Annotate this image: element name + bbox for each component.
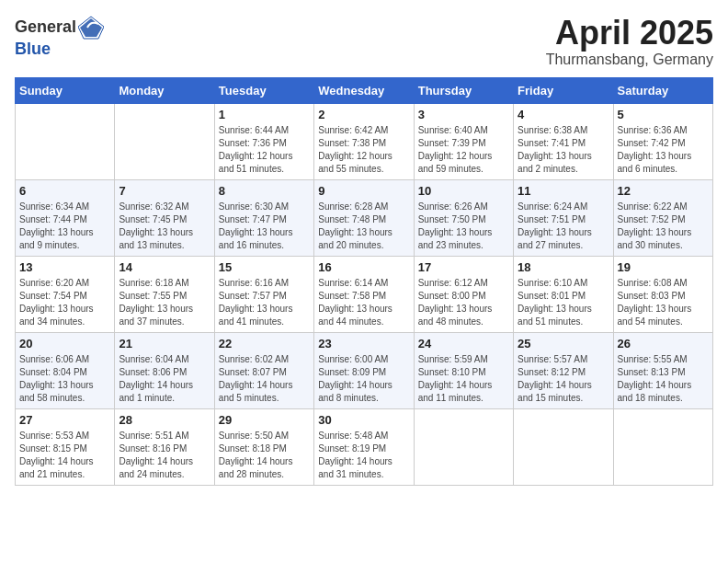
- calendar-cell: [514, 408, 613, 485]
- day-number: 14: [119, 260, 210, 274]
- day-detail: Sunrise: 6:10 AM Sunset: 8:01 PM Dayligh…: [518, 277, 609, 328]
- day-number: 2: [318, 108, 409, 121]
- calendar-cell: 10Sunrise: 6:26 AM Sunset: 7:50 PM Dayli…: [414, 179, 513, 256]
- calendar-cell: 27Sunrise: 5:53 AM Sunset: 8:15 PM Dayli…: [16, 408, 115, 485]
- day-number: 29: [219, 413, 310, 427]
- day-detail: Sunrise: 6:20 AM Sunset: 7:54 PM Dayligh…: [19, 277, 110, 328]
- day-detail: Sunrise: 6:08 AM Sunset: 8:03 PM Dayligh…: [618, 277, 709, 328]
- day-number: 1: [219, 108, 310, 121]
- day-number: 18: [518, 260, 609, 274]
- day-detail: Sunrise: 6:30 AM Sunset: 7:47 PM Dayligh…: [219, 201, 310, 252]
- day-number: 30: [318, 413, 409, 427]
- calendar-cell: 28Sunrise: 5:51 AM Sunset: 8:16 PM Dayli…: [115, 408, 214, 485]
- header-cell-sunday: Sunday: [16, 77, 115, 103]
- day-detail: Sunrise: 6:04 AM Sunset: 8:06 PM Dayligh…: [119, 353, 210, 405]
- calendar-cell: 1Sunrise: 6:44 AM Sunset: 7:36 PM Daylig…: [214, 103, 313, 179]
- day-detail: Sunrise: 5:59 AM Sunset: 8:10 PM Dayligh…: [418, 353, 509, 405]
- calendar-week-5: 27Sunrise: 5:53 AM Sunset: 8:15 PM Dayli…: [16, 408, 713, 485]
- calendar-cell: 13Sunrise: 6:20 AM Sunset: 7:54 PM Dayli…: [16, 256, 115, 332]
- calendar-week-2: 6Sunrise: 6:34 AM Sunset: 7:44 PM Daylig…: [16, 179, 713, 256]
- calendar-cell: 7Sunrise: 6:32 AM Sunset: 7:45 PM Daylig…: [115, 179, 214, 256]
- day-detail: Sunrise: 6:06 AM Sunset: 8:04 PM Dayligh…: [19, 353, 110, 405]
- day-number: 17: [418, 260, 509, 274]
- day-detail: Sunrise: 5:50 AM Sunset: 8:18 PM Dayligh…: [219, 430, 310, 481]
- day-detail: Sunrise: 6:28 AM Sunset: 7:48 PM Dayligh…: [318, 201, 409, 252]
- calendar-cell: 16Sunrise: 6:14 AM Sunset: 7:58 PM Dayli…: [314, 256, 414, 332]
- day-number: 21: [119, 337, 210, 350]
- calendar-cell: [115, 103, 214, 179]
- day-number: 24: [418, 337, 509, 350]
- calendar-week-3: 13Sunrise: 6:20 AM Sunset: 7:54 PM Dayli…: [16, 256, 713, 332]
- day-number: 11: [518, 184, 609, 198]
- day-number: 5: [618, 108, 709, 121]
- calendar-cell: 17Sunrise: 6:12 AM Sunset: 8:00 PM Dayli…: [414, 256, 513, 332]
- page-header: General Blue April 2025 Thurmansbang, Ge…: [15, 15, 713, 68]
- day-detail: Sunrise: 6:32 AM Sunset: 7:45 PM Dayligh…: [119, 201, 210, 252]
- header-cell-thursday: Thursday: [414, 77, 513, 103]
- calendar-cell: 21Sunrise: 6:04 AM Sunset: 8:06 PM Dayli…: [115, 332, 214, 408]
- day-detail: Sunrise: 6:26 AM Sunset: 7:50 PM Dayligh…: [418, 201, 509, 252]
- day-detail: Sunrise: 6:02 AM Sunset: 8:07 PM Dayligh…: [219, 353, 310, 405]
- day-number: 8: [219, 184, 310, 198]
- day-number: 6: [19, 184, 110, 198]
- calendar-cell: 22Sunrise: 6:02 AM Sunset: 8:07 PM Dayli…: [214, 332, 313, 408]
- day-detail: Sunrise: 6:40 AM Sunset: 7:39 PM Dayligh…: [418, 124, 509, 176]
- calendar-cell: 6Sunrise: 6:34 AM Sunset: 7:44 PM Daylig…: [16, 179, 115, 256]
- calendar-cell: 18Sunrise: 6:10 AM Sunset: 8:01 PM Dayli…: [514, 256, 613, 332]
- calendar-cell: [414, 408, 513, 485]
- calendar-cell: 2Sunrise: 6:42 AM Sunset: 7:38 PM Daylig…: [314, 103, 414, 179]
- calendar-cell: 26Sunrise: 5:55 AM Sunset: 8:13 PM Dayli…: [613, 332, 712, 408]
- calendar-cell: 11Sunrise: 6:24 AM Sunset: 7:51 PM Dayli…: [514, 179, 613, 256]
- logo-general: General: [15, 18, 76, 37]
- calendar-cell: 25Sunrise: 5:57 AM Sunset: 8:12 PM Dayli…: [514, 332, 613, 408]
- calendar-header-row: SundayMondayTuesdayWednesdayThursdayFrid…: [16, 77, 713, 103]
- calendar-cell: 30Sunrise: 5:48 AM Sunset: 8:19 PM Dayli…: [314, 408, 414, 485]
- day-detail: Sunrise: 6:16 AM Sunset: 7:57 PM Dayligh…: [219, 277, 310, 328]
- calendar-cell: 19Sunrise: 6:08 AM Sunset: 8:03 PM Dayli…: [613, 256, 712, 332]
- day-number: 4: [518, 108, 609, 121]
- day-number: 19: [618, 260, 709, 274]
- day-detail: Sunrise: 6:42 AM Sunset: 7:38 PM Dayligh…: [318, 124, 409, 176]
- day-detail: Sunrise: 6:44 AM Sunset: 7:36 PM Dayligh…: [219, 124, 310, 176]
- calendar-cell: 9Sunrise: 6:28 AM Sunset: 7:48 PM Daylig…: [314, 179, 414, 256]
- day-number: 15: [219, 260, 310, 274]
- calendar-table: SundayMondayTuesdayWednesdayThursdayFrid…: [15, 77, 713, 486]
- calendar-cell: 3Sunrise: 6:40 AM Sunset: 7:39 PM Daylig…: [414, 103, 513, 179]
- day-number: 7: [119, 184, 210, 198]
- day-number: 28: [119, 413, 210, 427]
- calendar-cell: 15Sunrise: 6:16 AM Sunset: 7:57 PM Dayli…: [214, 256, 313, 332]
- day-detail: Sunrise: 5:55 AM Sunset: 8:13 PM Dayligh…: [618, 353, 709, 405]
- day-number: 3: [418, 108, 509, 121]
- day-detail: Sunrise: 6:24 AM Sunset: 7:51 PM Dayligh…: [518, 201, 609, 252]
- day-number: 13: [19, 260, 110, 274]
- calendar-cell: [16, 103, 115, 179]
- calendar-cell: 12Sunrise: 6:22 AM Sunset: 7:52 PM Dayli…: [613, 179, 712, 256]
- calendar-cell: 8Sunrise: 6:30 AM Sunset: 7:47 PM Daylig…: [214, 179, 313, 256]
- calendar-cell: 5Sunrise: 6:36 AM Sunset: 7:42 PM Daylig…: [613, 103, 712, 179]
- day-number: 25: [518, 337, 609, 350]
- day-detail: Sunrise: 5:57 AM Sunset: 8:12 PM Dayligh…: [518, 353, 609, 405]
- logo-icon: [78, 15, 104, 40]
- header-cell-saturday: Saturday: [613, 77, 712, 103]
- calendar-cell: 14Sunrise: 6:18 AM Sunset: 7:55 PM Dayli…: [115, 256, 214, 332]
- day-number: 12: [618, 184, 709, 198]
- calendar-cell: 24Sunrise: 5:59 AM Sunset: 8:10 PM Dayli…: [414, 332, 513, 408]
- calendar-cell: 23Sunrise: 6:00 AM Sunset: 8:09 PM Dayli…: [314, 332, 414, 408]
- day-detail: Sunrise: 6:22 AM Sunset: 7:52 PM Dayligh…: [618, 201, 709, 252]
- calendar-cell: [613, 408, 712, 485]
- day-detail: Sunrise: 5:51 AM Sunset: 8:16 PM Dayligh…: [119, 430, 210, 481]
- day-detail: Sunrise: 6:38 AM Sunset: 7:41 PM Dayligh…: [518, 124, 609, 176]
- day-number: 23: [318, 337, 409, 350]
- day-number: 27: [19, 413, 110, 427]
- calendar-body: 1Sunrise: 6:44 AM Sunset: 7:36 PM Daylig…: [16, 103, 713, 485]
- location-title: Thurmansbang, Germany: [546, 52, 713, 68]
- header-cell-wednesday: Wednesday: [314, 77, 414, 103]
- day-number: 16: [318, 260, 409, 274]
- calendar-cell: 4Sunrise: 6:38 AM Sunset: 7:41 PM Daylig…: [514, 103, 613, 179]
- day-number: 10: [418, 184, 509, 198]
- calendar-cell: 20Sunrise: 6:06 AM Sunset: 8:04 PM Dayli…: [16, 332, 115, 408]
- header-cell-monday: Monday: [115, 77, 214, 103]
- day-number: 20: [19, 337, 110, 350]
- calendar-cell: 29Sunrise: 5:50 AM Sunset: 8:18 PM Dayli…: [214, 408, 313, 485]
- day-number: 26: [618, 337, 709, 350]
